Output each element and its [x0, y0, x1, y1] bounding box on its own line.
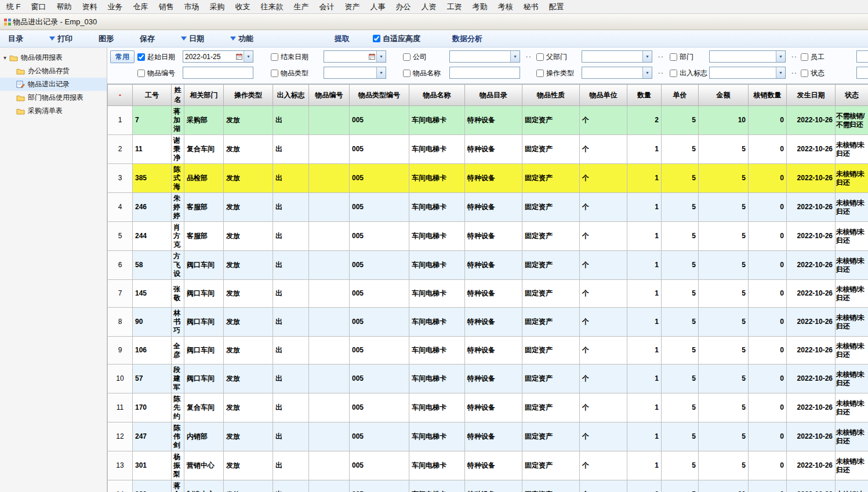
dropdown-arrow-icon[interactable]: ▼ — [244, 51, 253, 62]
table-row[interactable]: 211谢秉净复合车间发放出005车间电梯卡特种设备固定资产个15502022-1… — [108, 135, 868, 164]
dropdown-select[interactable]: ▼ — [582, 50, 652, 63]
data-analysis-button[interactable]: 数据分析 — [452, 34, 482, 44]
toolbar-button[interactable]: 目录 — [8, 34, 23, 44]
menu-item[interactable]: 业务 — [103, 1, 128, 13]
text-input[interactable] — [183, 67, 253, 79]
column-header[interactable]: 单价 — [662, 85, 699, 106]
sidebar-item[interactable]: 物品进出记录 — [0, 78, 107, 91]
active-tab[interactable]: 物品进出记录 - Emp_030 — [12, 16, 103, 28]
menu-item[interactable]: 统 F — [1, 1, 26, 13]
column-header[interactable]: - — [108, 85, 133, 106]
filter-checkbox[interactable] — [801, 53, 808, 61]
text-input[interactable] — [856, 67, 868, 79]
column-header[interactable]: 工号 — [133, 85, 172, 106]
menu-item[interactable]: 资料 — [77, 1, 103, 13]
column-header[interactable]: 相关部门 — [184, 85, 224, 106]
dropdown-select[interactable]: ▼ — [709, 50, 786, 63]
date-picker[interactable]: 2022-01-25▼ — [183, 50, 253, 63]
dropdown-select[interactable]: ▼ — [324, 67, 386, 79]
menu-item[interactable]: 往来款 — [256, 1, 289, 13]
ellipsis-button[interactable]: .. — [658, 51, 664, 59]
table-row[interactable]: 658方飞设阀口车间发放出005车间电梯卡特种设备固定资产个15502022-1… — [108, 251, 868, 280]
filter-checkbox[interactable] — [137, 53, 145, 61]
filter-checkbox[interactable] — [271, 53, 278, 61]
column-header[interactable]: 出入标志 — [273, 85, 309, 106]
sidebar-root-folder[interactable]: ▾ 物品领用报表 — [0, 51, 107, 64]
date-picker[interactable]: ▼ — [324, 50, 386, 63]
table-row[interactable]: 14380蒋金园制造中心发放出005车间电梯卡特种设备固定资产个65300202… — [108, 480, 868, 492]
column-header[interactable]: 状态 — [836, 85, 868, 106]
menu-item[interactable]: 帮助 — [52, 1, 77, 13]
autofit-checkbox[interactable] — [373, 35, 380, 42]
menu-item[interactable]: 窗口 — [26, 1, 52, 13]
dropdown-arrow-icon[interactable]: ▼ — [376, 51, 386, 62]
toolbar-button[interactable]: 打印 — [49, 34, 72, 44]
calendar-icon[interactable] — [368, 51, 376, 62]
sidebar-item[interactable]: 采购清单表 — [0, 104, 107, 118]
column-header[interactable]: 姓名 — [172, 85, 184, 106]
toolbar-button[interactable]: 保存 — [140, 34, 155, 44]
toolbar-button[interactable]: 功能 — [230, 34, 253, 44]
table-row[interactable]: 3385陈式海品检部发放出005车间电梯卡特种设备固定资产个15502022-1… — [108, 164, 868, 193]
ellipsis-button[interactable]: .. — [526, 51, 532, 59]
column-header[interactable]: 操作类型 — [224, 85, 273, 106]
dropdown-arrow-icon[interactable]: ▼ — [776, 67, 785, 78]
table-row[interactable]: 12247陈伟剑内销部发放出005车间电梯卡特种设备固定资产个15502022-… — [108, 422, 868, 451]
dropdown-select[interactable]: ▼ — [449, 50, 520, 63]
filter-checkbox[interactable] — [403, 70, 411, 77]
filter-checkbox[interactable] — [536, 70, 544, 77]
sidebar-item[interactable]: 办公物品存货 — [0, 64, 107, 78]
dropdown-arrow-icon[interactable]: ▼ — [642, 51, 652, 62]
filter-checkbox[interactable] — [271, 70, 278, 77]
column-header[interactable]: 物品单位 — [580, 85, 627, 106]
column-header[interactable]: 物品名称 — [409, 85, 465, 106]
text-input[interactable] — [449, 67, 520, 79]
column-header[interactable]: 核销数量 — [749, 85, 787, 106]
filter-checkbox[interactable] — [137, 70, 145, 77]
dropdown-arrow-icon[interactable]: ▼ — [510, 51, 520, 62]
column-header[interactable]: 物品编号 — [309, 85, 350, 106]
menu-item[interactable]: 配置 — [544, 1, 569, 13]
sidebar-item[interactable]: 部门物品使用报表 — [0, 91, 107, 104]
filter-checkbox[interactable] — [801, 70, 808, 77]
menu-item[interactable]: 生产 — [289, 1, 314, 13]
table-row[interactable]: 5244肖方克客服部发放出005车间电梯卡特种设备固定资产个15502022-1… — [108, 222, 868, 251]
table-row[interactable]: 1057段建军阀口车间发放出005车间电梯卡特种设备固定资产个15502022-… — [108, 365, 868, 393]
column-header[interactable]: 发生日期 — [787, 85, 836, 106]
toolbar-button[interactable]: 日期 — [181, 34, 204, 44]
filter-checkbox[interactable] — [536, 53, 544, 61]
table-row[interactable]: 890林书巧阀口车间发放出005车间电梯卡特种设备固定资产个15502022-1… — [108, 308, 868, 337]
dropdown-arrow-icon[interactable]: ▼ — [642, 67, 652, 78]
ellipsis-button[interactable]: .. — [658, 67, 664, 75]
common-filters-button[interactable]: 常用 — [110, 50, 135, 63]
menu-item[interactable]: 采购 — [205, 1, 230, 13]
table-row[interactable]: 4246朱婷婷客服部发放出005车间电梯卡特种设备固定资产个15502022-1… — [108, 193, 868, 222]
filter-checkbox[interactable] — [670, 53, 677, 61]
menu-item[interactable]: 工资 — [442, 1, 467, 13]
table-row[interactable]: 11170陈先约复合车间发放出005车间电梯卡特种设备固定资产个15502022… — [108, 393, 868, 422]
extract-button[interactable]: 提取 — [335, 34, 350, 44]
menu-item[interactable]: 秘书 — [518, 1, 544, 13]
menu-item[interactable]: 考核 — [493, 1, 518, 13]
column-header[interactable]: 数量 — [627, 85, 662, 106]
filter-checkbox[interactable] — [670, 70, 677, 77]
menu-item[interactable]: 仓库 — [128, 1, 154, 13]
dropdown-select[interactable]: ▼ — [582, 67, 652, 79]
toolbar-button[interactable]: 图形 — [99, 34, 114, 44]
menu-item[interactable]: 会计 — [314, 1, 340, 13]
ellipsis-button[interactable]: .. — [791, 51, 798, 59]
menu-item[interactable]: 资产 — [340, 1, 365, 13]
calendar-icon[interactable] — [235, 51, 244, 62]
dropdown-select[interactable]: ▼ — [709, 67, 786, 79]
text-input[interactable] — [856, 50, 868, 63]
menu-item[interactable]: 办公 — [391, 1, 416, 13]
dropdown-arrow-icon[interactable]: ▼ — [376, 67, 386, 78]
table-row[interactable]: 9106全彦阀口车间发放出005车间电梯卡特种设备固定资产个15502022-1… — [108, 337, 868, 365]
column-header[interactable]: 金额 — [699, 85, 749, 106]
menu-item[interactable]: 市场 — [179, 1, 205, 13]
column-header[interactable]: 物品性质 — [522, 85, 580, 106]
table-row[interactable]: 7145张敬阀口车间发放出005车间电梯卡特种设备固定资产个15502022-1… — [108, 280, 868, 308]
menu-item[interactable]: 人事 — [365, 1, 391, 13]
filter-checkbox[interactable] — [403, 53, 411, 61]
column-header[interactable]: 物品目录 — [465, 85, 522, 106]
